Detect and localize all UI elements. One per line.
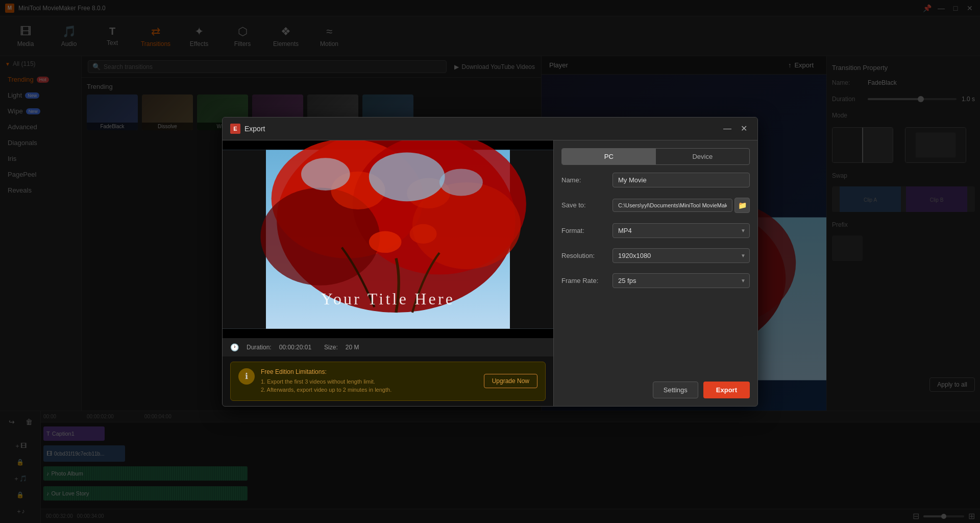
modal-minimize-btn[interactable]: — (721, 123, 733, 135)
upgrade-now-button[interactable]: Upgrade Now (484, 374, 537, 388)
preview-size-label: Size: (324, 344, 338, 351)
modal-controls: — ✕ (721, 123, 750, 135)
framerate-setting-row: Frame Rate: 25 fps 24 fps 30 fps 60 fps … (561, 273, 750, 288)
svg-point-30 (369, 152, 445, 201)
tab-device[interactable]: Device (656, 149, 750, 164)
save-to-input[interactable] (612, 199, 732, 212)
modal-body: Your Title Here 🕐 Duration: 00:00:20:01 … (223, 140, 757, 406)
save-to-label: Save to: (561, 201, 612, 209)
svg-point-31 (301, 158, 350, 191)
modal-logo: E (230, 124, 240, 134)
export-action-button[interactable]: Export (703, 382, 750, 398)
warning-text: Free Edition Limitations: 1. Export the … (261, 368, 478, 394)
modal-title: Export (244, 125, 721, 133)
svg-rect-21 (223, 150, 266, 329)
preview-duration-value: 00:00:20:01 (279, 344, 311, 351)
format-setting-row: Format: MP4 AVI MOV MKV WMV ▼ (561, 223, 750, 238)
save-to-setting-row: Save to: 📁 (561, 198, 750, 213)
svg-text:Your Title Here: Your Title Here (321, 290, 455, 307)
modal-close-btn[interactable]: ✕ (738, 123, 750, 135)
name-setting-input[interactable] (612, 173, 750, 187)
svg-point-34 (409, 224, 436, 243)
name-setting-row: Name: (561, 173, 750, 187)
preview-bottom-bar: 🕐 Duration: 00:00:20:01 Size: 20 M (223, 338, 553, 356)
framerate-label: Frame Rate: (561, 277, 612, 284)
resolution-dropdown-container: 1920x1080 1280x720 854x480 3840x2160 ▼ (612, 248, 750, 263)
export-modal: E Export — ✕ (222, 117, 758, 407)
format-label: Format: (561, 227, 612, 234)
settings-button[interactable]: Settings (653, 382, 698, 398)
modal-overlay: E Export — ✕ (0, 0, 980, 523)
resolution-label: Resolution: (561, 252, 612, 259)
warning-title: Free Edition Limitations: (261, 368, 478, 375)
framerate-dropdown-container: 25 fps 24 fps 30 fps 60 fps ▼ (612, 273, 750, 288)
warning-icon: ℹ (238, 368, 255, 385)
framerate-select[interactable]: 25 fps 24 fps 30 fps 60 fps (612, 273, 750, 288)
preview-duration-label: Duration: (247, 344, 272, 351)
modal-header: E Export — ✕ (223, 117, 757, 140)
resolution-select[interactable]: 1920x1080 1280x720 854x480 3840x2160 (612, 248, 750, 263)
export-preview-svg: Your Title Here (223, 140, 553, 338)
format-dropdown-container: MP4 AVI MOV MKV WMV ▼ (612, 223, 750, 238)
warning-item-2: 2. Afterwards, export video up to 2 minu… (261, 386, 478, 394)
modal-footer: Settings Export (561, 375, 750, 398)
svg-point-33 (369, 231, 402, 252)
resolution-setting-row: Resolution: 1920x1080 1280x720 854x480 3… (561, 248, 750, 263)
preview-video: Your Title Here (223, 140, 553, 338)
preview-size-value: 20 M (346, 344, 359, 351)
modal-settings: PC Device Name: Save to: 📁 Format: (553, 140, 757, 406)
warning-box: ℹ Free Edition Limitations: 1. Export th… (230, 362, 546, 401)
svg-point-32 (439, 169, 483, 196)
preview-clock-icon: 🕐 (230, 343, 239, 351)
format-select[interactable]: MP4 AVI MOV MKV WMV (612, 223, 750, 238)
warning-item-1: 1. Export the first 3 videos without len… (261, 377, 478, 386)
name-setting-label: Name: (561, 176, 612, 184)
modal-preview: Your Title Here 🕐 Duration: 00:00:20:01 … (223, 140, 553, 406)
folder-browse-btn[interactable]: 📁 (734, 198, 750, 213)
export-tabs: PC Device (561, 148, 750, 165)
tab-pc[interactable]: PC (562, 149, 656, 164)
